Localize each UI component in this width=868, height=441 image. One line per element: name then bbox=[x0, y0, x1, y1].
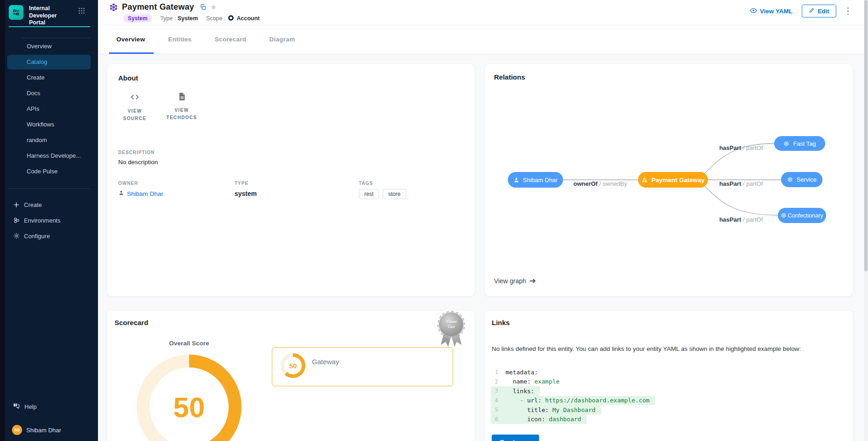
tab-bar: OverviewEntitiesScorecardDiagram bbox=[116, 25, 295, 54]
sidebar-item-configure[interactable]: Configure bbox=[0, 228, 98, 244]
sidebar-item-create[interactable]: Create bbox=[0, 197, 98, 212]
silver-tier-medal-icon: Silver Tier bbox=[439, 312, 464, 337]
about-heading: About bbox=[118, 74, 464, 82]
app-window: Internal Developer Portal OverviewCatalo… bbox=[0, 0, 868, 441]
eye-icon bbox=[750, 7, 757, 16]
edge-label-haspart-fasttag: hasPart / partOf bbox=[702, 144, 780, 151]
relation-node-fast-tag[interactable]: Fast Tag bbox=[774, 136, 825, 151]
overall-score-label: Overall Score bbox=[143, 340, 235, 347]
tab-entities[interactable]: Entities bbox=[168, 25, 191, 54]
header-actions: View YAML Edit bbox=[750, 5, 851, 17]
read-more-button[interactable]: Read more bbox=[492, 435, 539, 441]
scorecard-card: Scorecard Silver Tier Overall Score 50 5… bbox=[107, 310, 475, 441]
sidebar-item-label: Configure bbox=[24, 233, 50, 240]
edit-button[interactable]: Edit bbox=[802, 5, 836, 17]
owner-label: OWNER bbox=[118, 181, 235, 186]
sidebar-nav: OverviewCatalogCreateDocsAPIsWorkflowsra… bbox=[0, 39, 98, 180]
sidebar-item-random[interactable]: random bbox=[7, 133, 91, 149]
relation-node-confectionary[interactable]: Confectionary bbox=[778, 208, 826, 223]
plus-icon bbox=[12, 201, 20, 209]
chip-icon bbox=[787, 177, 793, 183]
sidebar-bottom-nav: CreateEnvironmentsConfigure bbox=[0, 197, 98, 244]
sidebar-item-code-pulse[interactable]: Code Pulse bbox=[7, 164, 91, 180]
logo[interactable]: Internal Developer Portal bbox=[9, 5, 73, 27]
code-icon bbox=[130, 92, 140, 104]
person-icon bbox=[118, 190, 124, 197]
sidebar: Internal Developer Portal OverviewCatalo… bbox=[0, 0, 98, 441]
tag-list: reststore bbox=[359, 189, 464, 199]
sidebar-item-label: Create bbox=[24, 201, 42, 208]
about-card: About VIEW SOURCEVIEW TECHDOCS DESCRIPTI… bbox=[107, 63, 475, 297]
tab-overview[interactable]: Overview bbox=[116, 25, 145, 54]
page-title: Payment Gateway bbox=[122, 2, 194, 12]
sidebar-item-overview[interactable]: Overview bbox=[7, 39, 91, 55]
relation-node-service[interactable]: Service bbox=[781, 172, 822, 187]
sidebar-item-apis[interactable]: APIs bbox=[7, 102, 91, 117]
code-line-5: 5 title: My Dashboard bbox=[491, 405, 655, 415]
main-area: Payment Gateway ★ System · Type : System… bbox=[98, 0, 868, 441]
scrollbar-thumb[interactable] bbox=[864, 0, 868, 271]
system-entity-icon bbox=[109, 3, 118, 12]
copy-icon[interactable] bbox=[200, 4, 207, 11]
action-label: VIEW SOURCE bbox=[118, 108, 151, 122]
tab-diagram[interactable]: Diagram bbox=[269, 25, 295, 54]
about-actions: VIEW SOURCEVIEW TECHDOCS bbox=[118, 92, 464, 122]
tag-chip-rest[interactable]: rest bbox=[359, 189, 379, 199]
account-scope-icon bbox=[228, 15, 234, 23]
description-value: No description bbox=[118, 159, 464, 166]
environments-icon bbox=[12, 217, 20, 224]
view-graph-link[interactable]: View graph ➔ bbox=[494, 277, 536, 285]
scorecard-check-gateway[interactable]: 50 Gateway bbox=[272, 347, 453, 386]
view-source-button[interactable]: VIEW SOURCE bbox=[118, 92, 151, 122]
system-icon bbox=[641, 177, 648, 183]
user-avatar: SD bbox=[12, 425, 22, 435]
edge-label-haspart-service: hasPart / partOf bbox=[702, 180, 780, 187]
meta-separator: · bbox=[155, 16, 157, 21]
code-line-4: 4 - url: https://dashboard.example.com bbox=[491, 396, 655, 406]
relation-node-payment-gateway[interactable]: Payment Gateway bbox=[638, 172, 708, 188]
idp-logo-icon bbox=[9, 5, 23, 20]
sidebar-item-create[interactable]: Create bbox=[7, 70, 91, 86]
sidebar-item-workflows[interactable]: Workflows bbox=[7, 117, 91, 133]
help-icon: ? bbox=[12, 402, 20, 411]
person-icon bbox=[513, 177, 519, 183]
gateway-score-donut: 50 bbox=[281, 353, 305, 378]
sidebar-item-catalog[interactable]: Catalog bbox=[7, 55, 91, 69]
overall-score-value: 50 bbox=[173, 391, 205, 424]
owner-link[interactable]: Shibam Dhar bbox=[118, 190, 235, 197]
app-grid-icon[interactable] bbox=[78, 7, 85, 16]
yaml-example-code: 1metadata:2 name: example3 links:4 - url… bbox=[491, 367, 655, 424]
code-line-3: 3 links: bbox=[491, 386, 655, 396]
sidebar-item-environments[interactable]: Environments bbox=[0, 212, 98, 228]
sidebar-section-divider bbox=[8, 189, 90, 189]
code-line-6: 6 icon: dashboard bbox=[491, 415, 655, 424]
links-card: Links No links defined for this entity. … bbox=[484, 310, 853, 441]
relation-node-owner[interactable]: Shibam Dhar bbox=[508, 172, 563, 188]
portal-title: Internal Developer Portal bbox=[29, 5, 73, 27]
sidebar-user[interactable]: SD Shibam Dhar bbox=[0, 422, 98, 438]
entity-meta: System · Type : System · Scope : Account bbox=[123, 14, 259, 23]
scorecard-heading: Scorecard bbox=[115, 319, 148, 326]
sidebar-accent-divider bbox=[9, 26, 90, 27]
gear-icon bbox=[12, 232, 20, 240]
entity-header: Payment Gateway ★ bbox=[109, 2, 217, 12]
more-options-icon[interactable] bbox=[845, 6, 851, 17]
tag-chip-store[interactable]: store bbox=[383, 189, 406, 199]
type-label: TYPE bbox=[235, 181, 359, 186]
gateway-check-label: Gateway bbox=[312, 358, 339, 366]
sidebar-item-docs[interactable]: Docs bbox=[7, 86, 91, 102]
sidebar-item-help[interactable]: ? Help bbox=[0, 399, 98, 414]
kind-badge: System bbox=[123, 14, 152, 23]
favorite-star-icon[interactable]: ★ bbox=[210, 4, 217, 11]
code-line-1: 1metadata: bbox=[491, 367, 655, 377]
view-techdocs-button[interactable]: VIEW TECHDOCS bbox=[165, 92, 198, 122]
sidebar-item-harness-develope[interactable]: Harness Develope... bbox=[7, 149, 91, 164]
page-body: About VIEW SOURCEVIEW TECHDOCS DESCRIPTI… bbox=[98, 54, 868, 441]
relations-card: Relations Shibam Dhar bbox=[484, 63, 853, 297]
tab-scorecard[interactable]: Scorecard bbox=[215, 25, 247, 54]
view-yaml-button[interactable]: View YAML bbox=[750, 7, 793, 16]
relations-heading: Relations bbox=[494, 73, 525, 81]
type-value: system bbox=[235, 190, 359, 197]
sidebar-item-label: Environments bbox=[24, 217, 60, 224]
code-line-2: 2 name: example bbox=[491, 377, 655, 387]
